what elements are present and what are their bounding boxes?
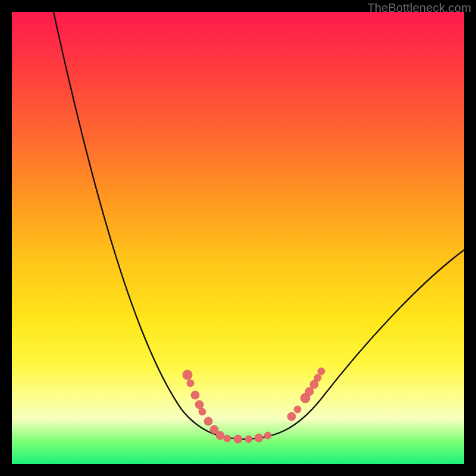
data-point-marker xyxy=(300,393,310,403)
chart-stage: TheBottleneck.com xyxy=(0,0,476,476)
plot-area xyxy=(12,12,464,464)
data-point-marker xyxy=(294,406,301,413)
data-point-marker xyxy=(310,380,318,389)
data-point-marker xyxy=(216,431,224,440)
data-point-marker xyxy=(305,387,314,396)
data-point-marker xyxy=(264,432,271,439)
marker-group xyxy=(183,368,325,443)
data-point-marker xyxy=(199,408,206,415)
data-point-marker xyxy=(245,436,252,443)
data-point-marker xyxy=(191,391,199,399)
data-point-marker xyxy=(195,400,203,409)
data-point-marker xyxy=(287,412,296,421)
data-point-marker xyxy=(183,370,192,380)
bottleneck-curve xyxy=(54,12,464,439)
data-point-marker xyxy=(210,425,218,434)
data-point-marker xyxy=(255,434,263,442)
data-point-marker xyxy=(234,435,242,443)
chart-svg xyxy=(12,12,464,464)
data-point-marker xyxy=(204,417,212,425)
data-point-marker xyxy=(318,368,325,375)
data-point-marker xyxy=(187,380,194,387)
data-point-marker xyxy=(314,374,321,381)
data-point-marker xyxy=(224,435,231,442)
